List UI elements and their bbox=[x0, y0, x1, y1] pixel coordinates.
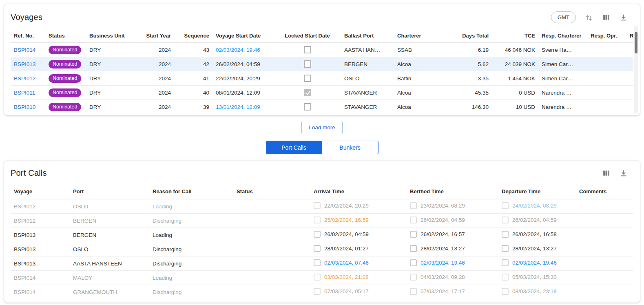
locked-start-date-checkbox[interactable] bbox=[304, 60, 311, 68]
voyage-ref-link[interactable]: BSPI010 bbox=[14, 104, 35, 110]
berthed-time-checkbox[interactable] bbox=[410, 245, 417, 252]
departure-time-checkbox[interactable] bbox=[502, 274, 509, 281]
column-header-reason-for-call[interactable]: Reason for Call bbox=[149, 184, 233, 199]
cell-ballast-port: STAVANGER bbox=[341, 86, 394, 100]
cell-sequence: 41 bbox=[174, 71, 212, 86]
arrival-time-checkbox[interactable] bbox=[314, 274, 321, 281]
cell-reason: Discharging bbox=[149, 214, 233, 228]
arrival-time-checkbox[interactable] bbox=[314, 245, 321, 252]
column-header-sequence[interactable]: Sequence bbox=[174, 29, 212, 43]
arrival-time-checkbox[interactable] bbox=[314, 259, 321, 266]
berthed-time-checkbox[interactable] bbox=[410, 288, 417, 295]
table-row[interactable]: BSPI013 AASTA HANSTEEN Discharging 02/03… bbox=[11, 256, 633, 271]
column-header-start-year[interactable]: Start Year bbox=[136, 29, 174, 43]
column-header-resp-charterer[interactable]: Resp. Charterer bbox=[538, 29, 587, 43]
arrival-time: 28/02/2024, 01:27 bbox=[324, 245, 369, 252]
berthed-time: 28/02/2024, 13:27 bbox=[420, 245, 465, 252]
departure-time-checkbox[interactable] bbox=[502, 288, 509, 295]
voyage-ref-link[interactable]: BSPI012 bbox=[14, 75, 35, 82]
departure-time-checkbox[interactable] bbox=[502, 259, 509, 266]
cell-voyage: BSPI014 bbox=[11, 285, 70, 299]
berthed-time-checkbox[interactable] bbox=[410, 274, 417, 281]
column-settings-icon[interactable] bbox=[602, 13, 611, 22]
load-more-button[interactable]: Load more bbox=[301, 121, 343, 134]
column-header-berthed-time[interactable]: Berthed Time bbox=[407, 184, 498, 199]
voyage-start-date: 26/02/2024, 04:59 bbox=[216, 61, 260, 67]
column-header-resp-acct[interactable]: Resp. Acct. bbox=[626, 29, 633, 43]
table-row[interactable]: BSPI014 Nominated DRY 2024 43 02/03/2024… bbox=[11, 43, 633, 57]
arrival-time-checkbox[interactable] bbox=[314, 217, 321, 223]
arrival-time-checkbox[interactable] bbox=[314, 231, 321, 238]
column-header-voyage[interactable]: Voyage bbox=[11, 184, 70, 199]
tab-port-calls[interactable]: Port Calls bbox=[266, 141, 322, 154]
table-row[interactable]: BSPI013 OSLO Discharging 28/02/2024, 01:… bbox=[11, 242, 633, 256]
cell-business-unit: DRY bbox=[86, 86, 136, 100]
locked-start-date-checkbox[interactable] bbox=[304, 46, 311, 53]
timezone-button[interactable]: GMT bbox=[551, 11, 576, 23]
table-row[interactable]: BSPI012 BERGEN Discharging 25/02/2024, 1… bbox=[11, 214, 633, 228]
cell-resp-opr bbox=[587, 86, 626, 100]
column-header-tce[interactable]: TCE bbox=[492, 29, 538, 43]
column-header-business-unit[interactable]: Business Unit bbox=[86, 29, 136, 43]
cell-berthed: 23/02/2024, 08:29 bbox=[407, 199, 498, 214]
departure-time-checkbox[interactable] bbox=[502, 231, 509, 238]
departure-time: 26/02/2024, 16:58 bbox=[512, 231, 557, 237]
column-header-port[interactable]: Port bbox=[70, 184, 149, 199]
table-row[interactable]: BSPI012 OSLO Loading 22/02/2024, 20:29 2… bbox=[11, 199, 633, 214]
voyage-start-date[interactable]: 02/03/2024, 19:46 bbox=[216, 47, 260, 53]
download-icon[interactable] bbox=[620, 13, 628, 22]
column-header-charterer[interactable]: Charterer bbox=[394, 29, 435, 43]
table-row[interactable]: BSPI012 Nominated DRY 2024 41 22/02/2024… bbox=[11, 71, 633, 86]
voyage-ref-link[interactable]: BSPI011 bbox=[14, 90, 35, 96]
voyage-start-date[interactable]: 13/01/2024, 12:09 bbox=[216, 104, 260, 110]
voyage-ref-link[interactable]: BSPI013 bbox=[14, 61, 35, 67]
table-row[interactable]: BSPI013 BERGEN Loading 26/02/2024, 04:59… bbox=[11, 228, 633, 242]
vertical-scrollbar-track[interactable] bbox=[634, 26, 638, 113]
column-header-voyage-start-date[interactable]: Voyage Start Date bbox=[212, 29, 274, 43]
table-row[interactable]: BSPI011 Nominated DRY 2024 40 08/01/2024… bbox=[11, 86, 633, 100]
download-icon[interactable] bbox=[620, 169, 628, 177]
cell-port: OSLO bbox=[70, 242, 149, 256]
arrival-time: 25/02/2024, 16:59 bbox=[324, 217, 369, 223]
berthed-time-checkbox[interactable] bbox=[410, 259, 417, 266]
table-row[interactable]: BSPI014 GRANGEMOUTH Discharging 07/03/20… bbox=[11, 285, 633, 299]
berthed-time-checkbox[interactable] bbox=[410, 231, 417, 238]
cell-voyage-start-date: 26/02/2024, 04:59 bbox=[212, 57, 274, 71]
locked-start-date-checkbox[interactable] bbox=[304, 75, 311, 82]
locked-start-date-checkbox[interactable] bbox=[304, 89, 311, 96]
departure-time-checkbox[interactable] bbox=[502, 217, 509, 223]
column-header-arrival-time[interactable]: Arrival Time bbox=[310, 184, 407, 199]
tab-bunkers[interactable]: Bunkers bbox=[322, 141, 378, 154]
cell-resp-acct bbox=[626, 57, 633, 71]
table-row[interactable]: BSPI010 Nominated DRY 2024 39 13/01/2024… bbox=[11, 100, 633, 114]
column-header-ref-no[interactable]: Ref. No. bbox=[11, 29, 45, 43]
column-header-departure-time[interactable]: Departure Time bbox=[498, 184, 576, 199]
port-calls-toolbar bbox=[602, 169, 633, 177]
cell-status bbox=[233, 285, 310, 299]
voyage-ref-link[interactable]: BSPI014 bbox=[14, 47, 35, 53]
sort-icon[interactable] bbox=[585, 13, 593, 22]
column-settings-icon[interactable] bbox=[602, 169, 611, 177]
cell-port: MALOY bbox=[70, 271, 149, 285]
voyage-start-date: 08/01/2024, 12:09 bbox=[216, 90, 260, 96]
column-header-comments[interactable]: Comments bbox=[576, 184, 633, 199]
vertical-scrollbar-thumb[interactable] bbox=[635, 32, 637, 53]
port-calls-header: Port Calls bbox=[4, 161, 640, 184]
column-header-status[interactable]: Status bbox=[45, 29, 86, 43]
column-header-locked-start-date[interactable]: Locked Start Date bbox=[274, 29, 341, 43]
column-header-ballast-port[interactable]: Ballast Port bbox=[341, 29, 394, 43]
berthed-time-checkbox[interactable] bbox=[410, 217, 417, 223]
page: Voyages GMT bbox=[0, 0, 644, 305]
column-header-resp-opr[interactable]: Resp. Opr. bbox=[587, 29, 626, 43]
column-header-status[interactable]: Status bbox=[233, 184, 310, 199]
locked-start-date-checkbox[interactable] bbox=[304, 103, 311, 111]
table-row[interactable]: BSPI014 MALOY Loading 03/03/2024, 21:28 … bbox=[11, 271, 633, 285]
arrival-time-checkbox[interactable] bbox=[314, 288, 321, 295]
departure-time-checkbox[interactable] bbox=[502, 202, 509, 209]
arrival-time-checkbox[interactable] bbox=[314, 202, 321, 209]
berthed-time-checkbox[interactable] bbox=[410, 202, 417, 209]
table-row[interactable]: BSPI013 Nominated DRY 2024 42 26/02/2024… bbox=[11, 57, 633, 71]
column-header-days-total[interactable]: Days Total bbox=[435, 29, 492, 43]
arrival-time: 02/03/2024, 07:46 bbox=[324, 260, 369, 266]
departure-time-checkbox[interactable] bbox=[502, 245, 509, 252]
